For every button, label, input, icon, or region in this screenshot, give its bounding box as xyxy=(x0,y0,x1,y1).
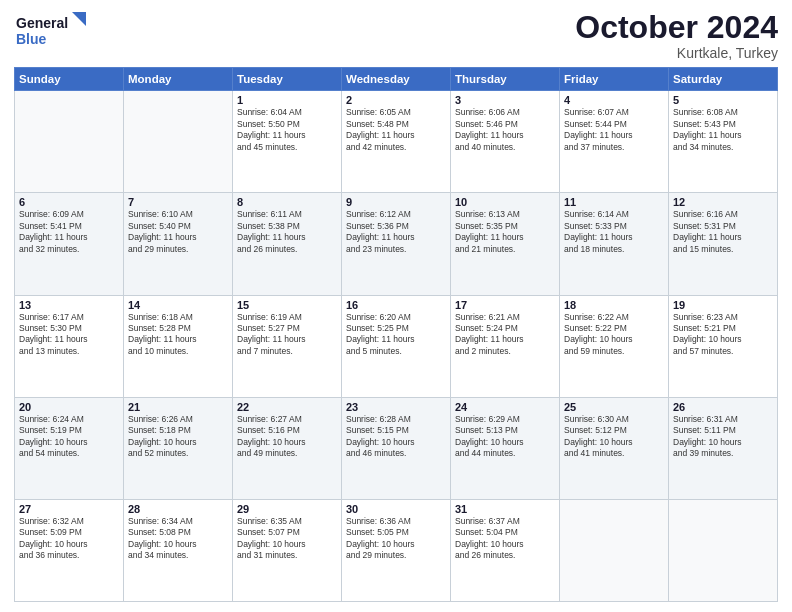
day-detail: Sunrise: 6:18 AM Sunset: 5:28 PM Dayligh… xyxy=(128,312,228,358)
weekday-header-saturday: Saturday xyxy=(669,68,778,91)
logo: General Blue xyxy=(14,10,86,58)
day-cell: 14Sunrise: 6:18 AM Sunset: 5:28 PM Dayli… xyxy=(124,295,233,397)
day-detail: Sunrise: 6:21 AM Sunset: 5:24 PM Dayligh… xyxy=(455,312,555,358)
day-detail: Sunrise: 6:11 AM Sunset: 5:38 PM Dayligh… xyxy=(237,209,337,255)
day-cell: 12Sunrise: 6:16 AM Sunset: 5:31 PM Dayli… xyxy=(669,193,778,295)
day-number: 19 xyxy=(673,299,773,311)
day-cell: 19Sunrise: 6:23 AM Sunset: 5:21 PM Dayli… xyxy=(669,295,778,397)
svg-text:General: General xyxy=(16,15,68,31)
day-cell: 1Sunrise: 6:04 AM Sunset: 5:50 PM Daylig… xyxy=(233,91,342,193)
day-detail: Sunrise: 6:36 AM Sunset: 5:05 PM Dayligh… xyxy=(346,516,446,562)
svg-marker-1 xyxy=(72,12,86,26)
week-row-2: 6Sunrise: 6:09 AM Sunset: 5:41 PM Daylig… xyxy=(15,193,778,295)
week-row-5: 27Sunrise: 6:32 AM Sunset: 5:09 PM Dayli… xyxy=(15,499,778,601)
day-number: 13 xyxy=(19,299,119,311)
day-number: 12 xyxy=(673,196,773,208)
day-number: 11 xyxy=(564,196,664,208)
day-detail: Sunrise: 6:13 AM Sunset: 5:35 PM Dayligh… xyxy=(455,209,555,255)
day-cell: 16Sunrise: 6:20 AM Sunset: 5:25 PM Dayli… xyxy=(342,295,451,397)
weekday-header-friday: Friday xyxy=(560,68,669,91)
day-cell: 11Sunrise: 6:14 AM Sunset: 5:33 PM Dayli… xyxy=(560,193,669,295)
day-cell: 22Sunrise: 6:27 AM Sunset: 5:16 PM Dayli… xyxy=(233,397,342,499)
day-cell: 6Sunrise: 6:09 AM Sunset: 5:41 PM Daylig… xyxy=(15,193,124,295)
day-number: 14 xyxy=(128,299,228,311)
weekday-header-thursday: Thursday xyxy=(451,68,560,91)
day-cell xyxy=(124,91,233,193)
day-detail: Sunrise: 6:20 AM Sunset: 5:25 PM Dayligh… xyxy=(346,312,446,358)
weekday-header-tuesday: Tuesday xyxy=(233,68,342,91)
day-number: 21 xyxy=(128,401,228,413)
day-number: 16 xyxy=(346,299,446,311)
day-cell: 25Sunrise: 6:30 AM Sunset: 5:12 PM Dayli… xyxy=(560,397,669,499)
day-cell: 4Sunrise: 6:07 AM Sunset: 5:44 PM Daylig… xyxy=(560,91,669,193)
day-detail: Sunrise: 6:29 AM Sunset: 5:13 PM Dayligh… xyxy=(455,414,555,460)
day-number: 6 xyxy=(19,196,119,208)
day-cell: 31Sunrise: 6:37 AM Sunset: 5:04 PM Dayli… xyxy=(451,499,560,601)
day-cell: 2Sunrise: 6:05 AM Sunset: 5:48 PM Daylig… xyxy=(342,91,451,193)
day-number: 15 xyxy=(237,299,337,311)
day-detail: Sunrise: 6:30 AM Sunset: 5:12 PM Dayligh… xyxy=(564,414,664,460)
day-cell: 29Sunrise: 6:35 AM Sunset: 5:07 PM Dayli… xyxy=(233,499,342,601)
day-number: 3 xyxy=(455,94,555,106)
day-cell: 24Sunrise: 6:29 AM Sunset: 5:13 PM Dayli… xyxy=(451,397,560,499)
day-detail: Sunrise: 6:19 AM Sunset: 5:27 PM Dayligh… xyxy=(237,312,337,358)
title-area: October 2024 Kurtkale, Turkey xyxy=(575,10,778,61)
weekday-header-row: SundayMondayTuesdayWednesdayThursdayFrid… xyxy=(15,68,778,91)
week-row-3: 13Sunrise: 6:17 AM Sunset: 5:30 PM Dayli… xyxy=(15,295,778,397)
day-number: 22 xyxy=(237,401,337,413)
logo-area: General Blue xyxy=(14,10,86,58)
day-number: 25 xyxy=(564,401,664,413)
day-number: 5 xyxy=(673,94,773,106)
svg-text:Blue: Blue xyxy=(16,31,47,47)
logo-svg: General Blue xyxy=(14,10,86,54)
day-number: 2 xyxy=(346,94,446,106)
day-detail: Sunrise: 6:37 AM Sunset: 5:04 PM Dayligh… xyxy=(455,516,555,562)
day-number: 29 xyxy=(237,503,337,515)
day-cell: 5Sunrise: 6:08 AM Sunset: 5:43 PM Daylig… xyxy=(669,91,778,193)
day-number: 1 xyxy=(237,94,337,106)
day-number: 7 xyxy=(128,196,228,208)
day-number: 18 xyxy=(564,299,664,311)
day-detail: Sunrise: 6:31 AM Sunset: 5:11 PM Dayligh… xyxy=(673,414,773,460)
day-cell: 23Sunrise: 6:28 AM Sunset: 5:15 PM Dayli… xyxy=(342,397,451,499)
day-cell: 3Sunrise: 6:06 AM Sunset: 5:46 PM Daylig… xyxy=(451,91,560,193)
day-number: 9 xyxy=(346,196,446,208)
day-detail: Sunrise: 6:08 AM Sunset: 5:43 PM Dayligh… xyxy=(673,107,773,153)
day-cell xyxy=(15,91,124,193)
day-number: 27 xyxy=(19,503,119,515)
header: General Blue October 2024 Kurtkale, Turk… xyxy=(14,10,778,61)
day-detail: Sunrise: 6:32 AM Sunset: 5:09 PM Dayligh… xyxy=(19,516,119,562)
day-cell: 30Sunrise: 6:36 AM Sunset: 5:05 PM Dayli… xyxy=(342,499,451,601)
day-cell xyxy=(560,499,669,601)
day-number: 24 xyxy=(455,401,555,413)
day-number: 28 xyxy=(128,503,228,515)
day-detail: Sunrise: 6:12 AM Sunset: 5:36 PM Dayligh… xyxy=(346,209,446,255)
day-number: 10 xyxy=(455,196,555,208)
day-detail: Sunrise: 6:27 AM Sunset: 5:16 PM Dayligh… xyxy=(237,414,337,460)
day-cell: 9Sunrise: 6:12 AM Sunset: 5:36 PM Daylig… xyxy=(342,193,451,295)
day-detail: Sunrise: 6:04 AM Sunset: 5:50 PM Dayligh… xyxy=(237,107,337,153)
day-number: 20 xyxy=(19,401,119,413)
page: General Blue October 2024 Kurtkale, Turk… xyxy=(0,0,792,612)
week-row-1: 1Sunrise: 6:04 AM Sunset: 5:50 PM Daylig… xyxy=(15,91,778,193)
day-detail: Sunrise: 6:24 AM Sunset: 5:19 PM Dayligh… xyxy=(19,414,119,460)
day-cell: 13Sunrise: 6:17 AM Sunset: 5:30 PM Dayli… xyxy=(15,295,124,397)
day-detail: Sunrise: 6:34 AM Sunset: 5:08 PM Dayligh… xyxy=(128,516,228,562)
week-row-4: 20Sunrise: 6:24 AM Sunset: 5:19 PM Dayli… xyxy=(15,397,778,499)
weekday-header-wednesday: Wednesday xyxy=(342,68,451,91)
day-detail: Sunrise: 6:07 AM Sunset: 5:44 PM Dayligh… xyxy=(564,107,664,153)
day-cell: 15Sunrise: 6:19 AM Sunset: 5:27 PM Dayli… xyxy=(233,295,342,397)
calendar-table: SundayMondayTuesdayWednesdayThursdayFrid… xyxy=(14,67,778,602)
day-number: 26 xyxy=(673,401,773,413)
day-cell: 28Sunrise: 6:34 AM Sunset: 5:08 PM Dayli… xyxy=(124,499,233,601)
day-detail: Sunrise: 6:35 AM Sunset: 5:07 PM Dayligh… xyxy=(237,516,337,562)
day-cell: 18Sunrise: 6:22 AM Sunset: 5:22 PM Dayli… xyxy=(560,295,669,397)
day-detail: Sunrise: 6:06 AM Sunset: 5:46 PM Dayligh… xyxy=(455,107,555,153)
day-cell: 27Sunrise: 6:32 AM Sunset: 5:09 PM Dayli… xyxy=(15,499,124,601)
day-detail: Sunrise: 6:22 AM Sunset: 5:22 PM Dayligh… xyxy=(564,312,664,358)
day-cell: 10Sunrise: 6:13 AM Sunset: 5:35 PM Dayli… xyxy=(451,193,560,295)
day-number: 17 xyxy=(455,299,555,311)
day-detail: Sunrise: 6:14 AM Sunset: 5:33 PM Dayligh… xyxy=(564,209,664,255)
weekday-header-monday: Monday xyxy=(124,68,233,91)
month-title: October 2024 xyxy=(575,10,778,45)
